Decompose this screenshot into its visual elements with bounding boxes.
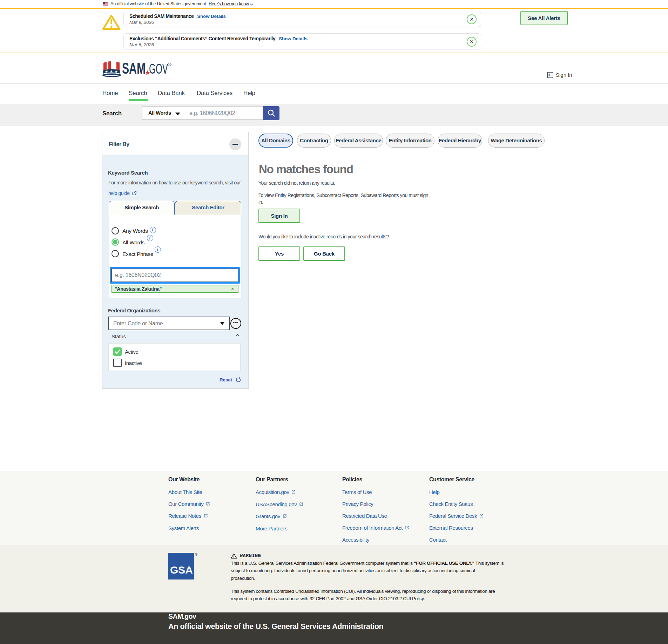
svg-text:★: ★ — [115, 70, 118, 74]
svg-text:★: ★ — [110, 69, 113, 73]
svg-text:★: ★ — [105, 70, 108, 74]
svg-text:GOV: GOV — [149, 61, 168, 77]
svg-text:R: R — [169, 63, 171, 66]
svg-text:SAM: SAM — [122, 60, 146, 77]
